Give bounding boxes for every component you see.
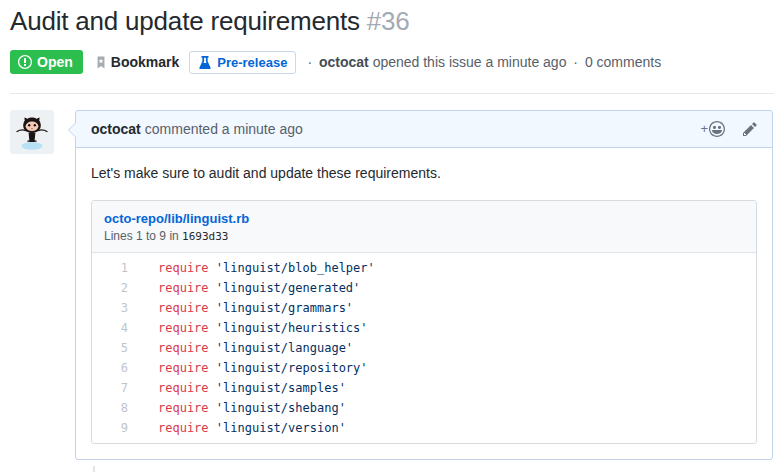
code-text: require 'linguist/samples' [130,378,346,398]
keyword: require [158,401,209,415]
space [209,341,216,355]
code-line: 6 require 'linguist/repository' [92,358,756,378]
keyword: require [158,381,209,395]
code-line: 1 require 'linguist/blob_helper' [92,258,756,278]
bookmark-icon [95,55,107,70]
space [209,281,216,295]
string-literal: 'linguist/heuristics' [216,321,368,335]
code-snippet: octo-repo/lib/linguist.rb Lines 1 to 9 i… [91,200,757,444]
comment-header: octocat commented a minute ago + [76,111,772,148]
prerelease-label: Pre-release [217,55,287,70]
code-text: require 'linguist/grammars' [130,298,353,318]
issue-meta-row: Open Bookmark Pre-release · octocat open… [10,48,661,76]
snippet-file-link[interactable]: octo-repo/lib/linguist.rb [104,211,249,226]
line-number: 7 [92,378,130,398]
edit-comment-button[interactable] [743,121,757,137]
plus-sign: + [700,121,708,136]
space [209,381,216,395]
line-number: 8 [92,398,130,418]
issue-author-link[interactable]: octocat [319,54,369,70]
line-number: 9 [92,418,130,438]
keyword: require [158,261,209,275]
code-text: require 'linguist/heuristics' [130,318,368,338]
code-text: require 'linguist/language' [130,338,353,358]
space [209,301,216,315]
pencil-icon [743,121,757,137]
code-text: require 'linguist/shebang' [130,398,346,418]
issue-number: #36 [367,6,410,36]
line-number: 2 [92,278,130,298]
issue-page: Audit and update requirements #36 Open B… [0,0,784,472]
line-number: 5 [92,338,130,358]
space [209,361,216,375]
comment: octocat commented a minute ago + Let's m… [75,110,773,460]
string-literal: 'linguist/samples' [216,381,346,395]
issue-meta-text: · octocat opened this issue a minute ago… [304,54,661,70]
code-line: 9 require 'linguist/version' [92,418,756,438]
code-line: 4 require 'linguist/heuristics' [92,318,756,338]
keyword: require [158,341,209,355]
code-text: require 'linguist/generated' [130,278,360,298]
comments-count: 0 comments [585,54,661,70]
comment-timestamp: commented a minute ago [145,121,303,137]
code-text: require 'linguist/blob_helper' [130,258,375,278]
code-area: 1 require 'linguist/blob_helper' 2 requi… [92,253,756,443]
header-divider [10,93,774,94]
code-text: require 'linguist/repository' [130,358,368,378]
issue-title: Audit and update requirements #36 [10,6,410,37]
string-literal: 'linguist/generated' [216,281,361,295]
snippet-lines-info: Lines 1 to 9 in 1693d33 [104,229,744,243]
line-number: 6 [92,358,130,378]
keyword: require [158,281,209,295]
string-literal: 'linguist/shebang' [216,401,346,415]
comment-body: Let's make sure to audit and update thes… [76,148,772,459]
beaker-icon [198,55,212,69]
label-bookmark[interactable]: Bookmark [95,54,179,70]
add-reaction-button[interactable]: + [700,121,725,137]
code-text: require 'linguist/version' [130,418,346,438]
string-literal: 'linguist/language' [216,341,353,355]
issue-state-badge: Open [10,50,83,74]
bookmark-label: Bookmark [111,54,179,70]
line-number: 1 [92,258,130,278]
avatar[interactable] [10,110,54,154]
smiley-icon [709,121,725,137]
timeline-connector [93,466,95,472]
string-literal: 'linguist/version' [216,421,346,435]
keyword: require [158,361,209,375]
comment-author-link[interactable]: octocat [91,121,141,137]
string-literal: 'linguist/repository' [216,361,368,375]
code-line: 3 require 'linguist/grammars' [92,298,756,318]
keyword: require [158,321,209,335]
snippet-lines-label: Lines 1 to 9 in [104,229,179,243]
comment-actions: + [700,121,757,137]
line-number: 4 [92,318,130,338]
space [209,421,216,435]
comment-caret-fill [69,122,77,138]
code-line: 7 require 'linguist/samples' [92,378,756,398]
issue-state-label: Open [37,54,73,70]
space [209,401,216,415]
space [209,321,216,335]
issue-opened-icon [18,54,32,70]
meta-separator: · [307,54,312,70]
string-literal: 'linguist/grammars' [216,301,353,315]
label-prerelease[interactable]: Pre-release [189,51,296,74]
snippet-header: octo-repo/lib/linguist.rb Lines 1 to 9 i… [92,201,756,253]
space [209,261,216,275]
keyword: require [158,301,209,315]
commit-sha: 1693d33 [182,230,228,243]
meta-separator: · [573,54,578,70]
code-line: 5 require 'linguist/language' [92,338,756,358]
comment-text: Let's make sure to audit and update thes… [91,163,757,184]
issue-opened-text: opened this issue a minute ago [373,54,567,70]
issue-title-text: Audit and update requirements [10,6,360,36]
string-literal: 'linguist/blob_helper' [216,261,375,275]
code-line: 8 require 'linguist/shebang' [92,398,756,418]
line-number: 3 [92,298,130,318]
keyword: require [158,421,209,435]
code-line: 2 require 'linguist/generated' [92,278,756,298]
